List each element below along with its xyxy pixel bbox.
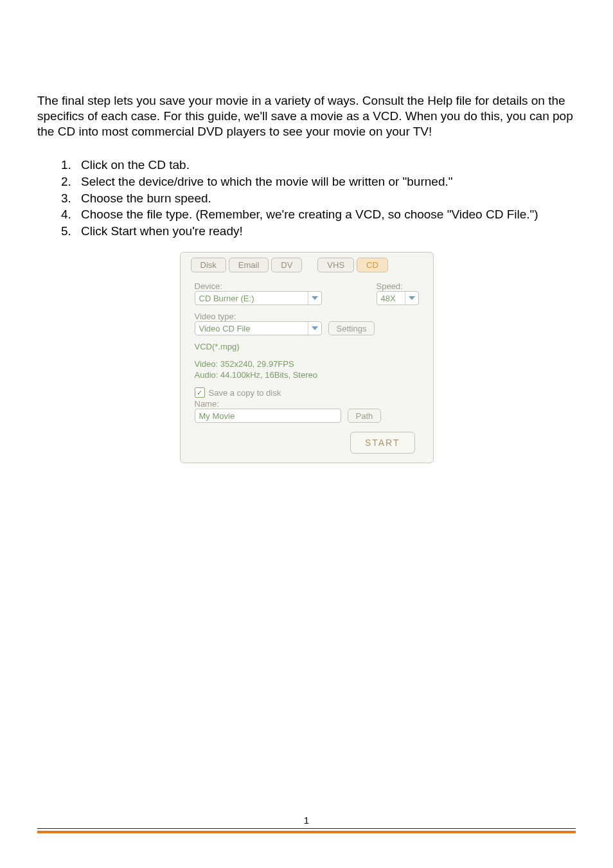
device-speed-row: Device: CD Burner (E:) Speed: 48X xyxy=(195,279,419,305)
tab-disk[interactable]: Disk xyxy=(191,258,226,272)
name-label: Name: xyxy=(195,399,419,409)
tab-vhs[interactable]: VHS xyxy=(317,258,354,272)
step-item: Choose the file type. (Remember, we're c… xyxy=(75,206,576,223)
step-item: Click on the CD tab. xyxy=(75,157,576,173)
page-number: 1 xyxy=(37,815,576,826)
tab-cd[interactable]: CD xyxy=(357,258,388,272)
step-item: Select the device/drive to which the mov… xyxy=(75,173,576,190)
intro-paragraph: The final step lets you save your movie … xyxy=(37,93,576,139)
app-panel: Disk Email DV VHS CD Device: CD Burner (… xyxy=(180,252,434,463)
svg-marker-1 xyxy=(409,296,415,300)
name-value: My Movie xyxy=(199,411,235,421)
speed-label: Speed: xyxy=(377,281,419,291)
page-footer: 1 xyxy=(37,815,576,833)
device-label: Device: xyxy=(195,281,370,291)
path-button[interactable]: Path xyxy=(348,409,382,423)
format-line: VCD(*.mpg) xyxy=(195,342,419,353)
tab-email[interactable]: Email xyxy=(229,258,269,272)
tab-row: Disk Email DV VHS CD xyxy=(181,258,433,276)
device-select[interactable]: CD Burner (E:) xyxy=(195,291,322,305)
dropdown-arrow-icon xyxy=(308,292,321,305)
speed-select[interactable]: 48X xyxy=(377,291,419,305)
audio-info: Audio: 44.100kHz, 16Bits, Stereo xyxy=(195,370,419,381)
name-input[interactable]: My Movie xyxy=(195,409,341,423)
start-button[interactable]: START xyxy=(350,432,415,454)
save-copy-row: ✓ Save a copy to disk xyxy=(195,387,419,398)
device-value: CD Burner (E:) xyxy=(195,294,308,303)
tab-dv[interactable]: DV xyxy=(271,258,302,272)
dropdown-arrow-icon xyxy=(308,322,321,335)
settings-button[interactable]: Settings xyxy=(328,321,375,335)
speed-value: 48X xyxy=(377,294,405,303)
steps-list: Click on the CD tab. Select the device/d… xyxy=(57,157,576,239)
footer-divider xyxy=(37,828,576,833)
video-type-label: Video type: xyxy=(195,312,419,321)
video-info: Video: 352x240, 29.97FPS xyxy=(195,359,419,370)
video-type-select[interactable]: Video CD File xyxy=(195,321,322,335)
name-row: My Movie Path xyxy=(195,409,419,423)
screenshot-wrapper: Disk Email DV VHS CD Device: CD Burner (… xyxy=(37,252,576,463)
dropdown-arrow-icon xyxy=(405,292,418,305)
document-page: The final step lets you save your movie … xyxy=(0,0,613,868)
media-info: Video: 352x240, 29.97FPS Audio: 44.100kH… xyxy=(195,359,419,381)
step-item: Choose the burn speed. xyxy=(75,190,576,207)
save-copy-checkbox[interactable]: ✓ xyxy=(195,387,205,398)
svg-marker-0 xyxy=(312,296,318,300)
video-type-row: Video CD File Settings xyxy=(195,321,419,335)
start-row: START xyxy=(195,432,419,454)
svg-marker-2 xyxy=(312,326,318,330)
panel-body: Device: CD Burner (E:) Speed: 48X xyxy=(181,276,433,454)
save-copy-label: Save a copy to disk xyxy=(209,388,281,398)
step-item: Click Start when you're ready! xyxy=(75,223,576,240)
video-type-value: Video CD File xyxy=(195,324,308,333)
